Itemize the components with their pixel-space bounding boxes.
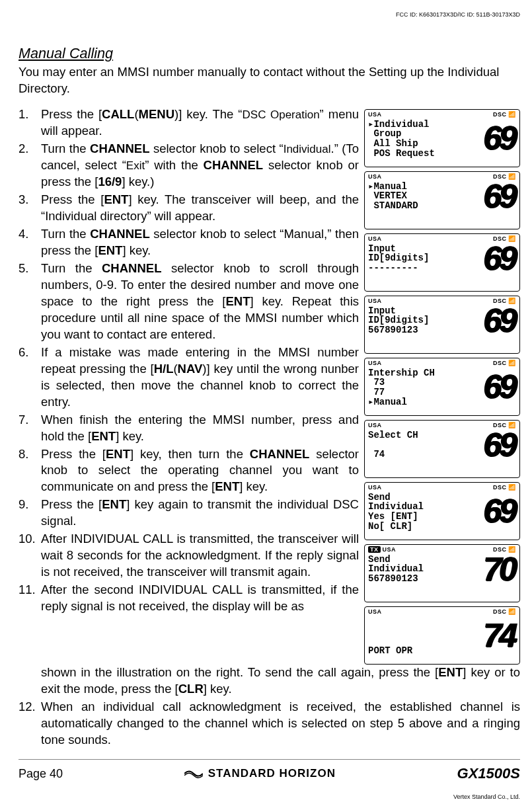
- section-title: Manual Calling: [19, 44, 520, 63]
- model-number: GX1500S: [457, 764, 520, 784]
- step-1: Press the [CALL(MENU)] key. The “DSC Ope…: [19, 106, 359, 140]
- page-number: Page 40: [19, 766, 63, 782]
- step-8: Press the [ENT] key, then turn the CHANN…: [19, 446, 359, 496]
- company-footer: Vertex Standard Co., Ltd.: [453, 793, 520, 801]
- lcd-screens-column: USADSC 📶▸Individual Group All Ship POS R…: [364, 106, 520, 665]
- lcd-screen-2: USADSC 📶▸Manual VERTEX STANDARD69: [364, 171, 520, 229]
- step-3: Press the [ENT] key. The transceiver wil…: [19, 192, 359, 225]
- step-7: When finish the entering the MMSI number…: [19, 412, 359, 445]
- lcd-screen-9: USADSC 📶 PORT OPR74: [364, 606, 520, 665]
- lcd-screen-6: USADSC 📶Select CH 7469: [364, 420, 520, 478]
- step-2: Turn the CHANNEL selector knob to select…: [19, 141, 359, 190]
- step-11-part1: After the second INDIVIDUAL CALL is tran…: [19, 582, 359, 615]
- step-12: 12.When an individual call acknowledgmen…: [19, 699, 520, 749]
- lcd-screen-7: USADSC 📶Send Individual Yes [ENT] No[ CL…: [364, 482, 520, 540]
- step-11-part2: shown in the illustration on the right. …: [19, 665, 520, 698]
- step-10: After INDIVIDUAL CALL is transmitted, th…: [19, 531, 359, 581]
- step-9: Press the [ENT] key again to transmit th…: [19, 497, 359, 530]
- lcd-screen-5: USADSC 📶Intership CH 73 77 ▸Manual69: [364, 358, 520, 416]
- intro-paragraph: You may enter an MMSI number manually to…: [19, 64, 520, 97]
- step-4: Turn the CHANNEL selector knob to select…: [19, 226, 359, 259]
- brand-logo-text: STANDARD HORIZON: [184, 766, 336, 782]
- lcd-screen-3: USADSC 📶Input ID[9digits] ---------69: [364, 233, 520, 292]
- standard-horizon-logo-icon: [184, 768, 203, 779]
- fcc-id: FCC ID: K6630173X3D/IC ID: 511B-30173X3D: [396, 11, 520, 19]
- steps-column: Press the [CALL(MENU)] key. The “DSC Ope…: [19, 106, 359, 665]
- step-6: If a mistake was made entering in the MM…: [19, 344, 359, 411]
- page-footer: Page 40 STANDARD HORIZON GX1500S: [19, 759, 520, 784]
- lcd-screen-1: USADSC 📶▸Individual Group All Ship POS R…: [364, 109, 520, 167]
- lcd-screen-4: USADSC 📶Input ID[9digits] 56789012369: [364, 296, 520, 354]
- lcd-screen-8: TXUSADSC 📶Send Individual 56789012370: [364, 544, 520, 602]
- step-5: Turn the CHANNEL selector knob to scroll…: [19, 261, 359, 343]
